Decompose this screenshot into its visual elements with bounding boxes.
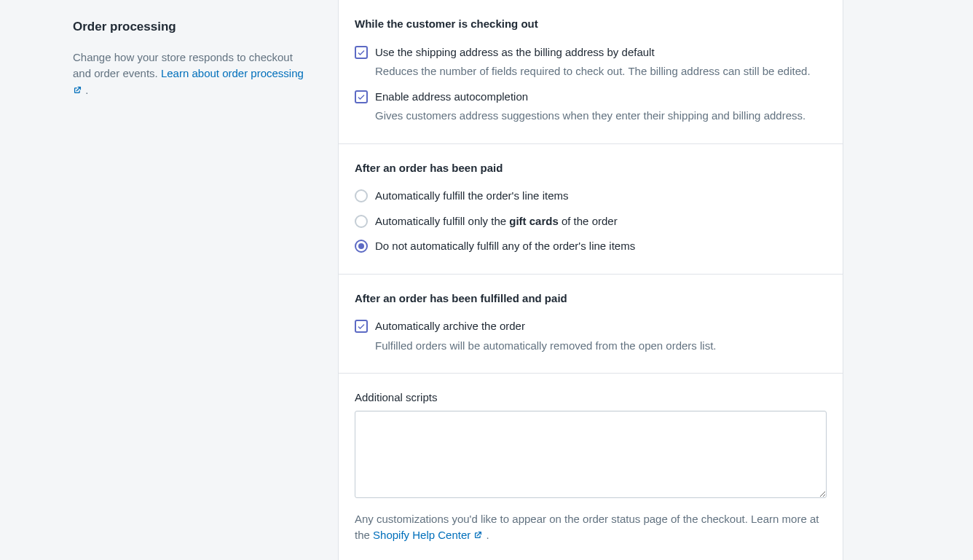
section-scripts: Additional scripts Any customizations yo… (339, 374, 843, 560)
radio-fulfill-all[interactable] (355, 189, 368, 202)
external-link-icon (73, 85, 82, 95)
checkbox-shipping-as-billing[interactable] (355, 46, 368, 59)
fulfilled-option-archive: Automatically archive the order Fulfille… (355, 318, 827, 354)
main-panel: While the customer is checking out Use t… (338, 0, 843, 560)
radio-fulfill-all-label[interactable]: Automatically fulfill the order's line i… (375, 188, 827, 205)
checkbox-shipping-as-billing-label[interactable]: Use the shipping address as the billing … (375, 44, 827, 61)
radio-fulfill-none-label[interactable]: Do not automatically fulfill any of the … (375, 238, 827, 255)
checkout-option-autocomplete: Enable address autocompletion Gives cust… (355, 89, 827, 125)
external-link-icon (473, 530, 483, 540)
paid-option-fulfill-none: Do not automatically fulfill any of the … (355, 238, 827, 255)
sidebar-description: Change how your store responds to checko… (73, 50, 309, 99)
section-fulfilled: After an order has been fulfilled and pa… (339, 275, 843, 374)
sidebar-info: Order processing Change how your store r… (0, 0, 338, 560)
section-paid: After an order has been paid Automatical… (339, 144, 843, 275)
section-fulfilled-heading: After an order has been fulfilled and pa… (355, 291, 827, 307)
check-icon (357, 48, 366, 57)
additional-scripts-help: Any customizations you'd like to appear … (355, 511, 827, 544)
checkbox-auto-archive-label[interactable]: Automatically archive the order (375, 318, 827, 335)
section-checkout-heading: While the customer is checking out (355, 16, 827, 33)
sidebar-title: Order processing (73, 17, 309, 36)
radio-fulfill-none[interactable] (355, 240, 368, 253)
checkbox-address-autocomplete-label[interactable]: Enable address autocompletion (375, 89, 827, 106)
paid-option-fulfill-all: Automatically fulfill the order's line i… (355, 188, 827, 205)
checkbox-address-autocomplete-help: Gives customers address suggestions when… (375, 108, 827, 125)
radio-fulfill-giftcards-label[interactable]: Automatically fulfill only the gift card… (375, 213, 827, 230)
paid-option-fulfill-giftcards: Automatically fulfill only the gift card… (355, 213, 827, 230)
section-checkout: While the customer is checking out Use t… (339, 0, 843, 144)
checkbox-address-autocomplete[interactable] (355, 90, 368, 103)
checkbox-auto-archive-help: Fulfilled orders will be automatically r… (375, 338, 827, 355)
checkbox-shipping-as-billing-help: Reduces the number of fields required to… (375, 63, 827, 80)
additional-scripts-label: Additional scripts (355, 390, 827, 406)
check-icon (357, 92, 366, 101)
section-paid-heading: After an order has been paid (355, 160, 827, 177)
additional-scripts-input[interactable] (355, 411, 827, 498)
radio-fulfill-giftcards[interactable] (355, 215, 368, 228)
checkbox-auto-archive[interactable] (355, 320, 368, 333)
shopify-help-center-link[interactable]: Shopify Help Center (373, 529, 483, 541)
check-icon (357, 322, 366, 331)
checkout-option-shipping-billing: Use the shipping address as the billing … (355, 44, 827, 80)
